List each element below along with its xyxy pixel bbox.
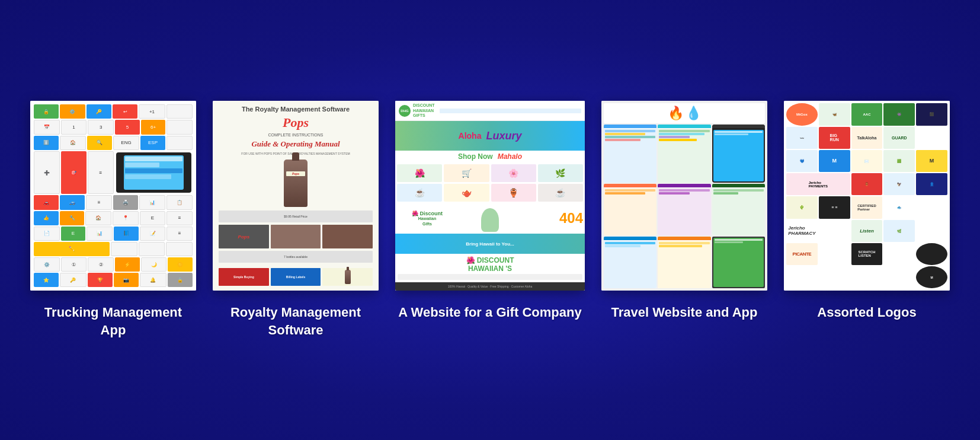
gift-site-name: DISCOUNTHAWAIIANGIFTS: [413, 103, 435, 118]
gift-search-bar: [398, 274, 582, 280]
travel-screen-7: [604, 237, 656, 288]
gift-luxury-text: Luxury: [486, 130, 521, 142]
gift-nav: [440, 109, 581, 113]
royalty-label: Royalty Management Software: [213, 304, 379, 339]
gift-header: DHG DISCOUNTHAWAIIANGIFTS: [395, 101, 585, 121]
logo-cell-29: [916, 220, 947, 242]
logo-cell-1: MtGox: [786, 103, 818, 125]
logo-cell-11: 💙: [786, 150, 818, 172]
trucking-image-wrapper: 🔒 ⚙️ 🔑 ↩ +1 📅 1 3 5 6+: [30, 101, 196, 291]
logo-cell-30: PICANTE: [786, 243, 818, 265]
royalty-guide-title: Guide & Operating Manual: [251, 139, 340, 149]
trucking-label: Trucking Management App: [30, 304, 196, 339]
travel-image-wrapper: 🔥 💧: [601, 101, 767, 291]
travel-flame1: 🔥: [668, 106, 684, 121]
gift-image: DHG DISCOUNTHAWAIIANGIFTS Aloha Luxury S…: [395, 101, 585, 291]
portfolio-item-royalty[interactable]: The Royalty Management Software Pops COM…: [213, 101, 379, 339]
gift-label: A Website for a Gift Company: [398, 304, 581, 321]
portfolio-item-trucking[interactable]: 🔒 ⚙️ 🔑 ↩ +1 📅 1 3 5 6+: [30, 101, 196, 339]
royalty-brand-name: Pops: [283, 115, 309, 130]
portfolio-item-logos[interactable]: MtGox 🦋 AAC 👾 ⬛ 〰️ BIGRUN TalkAloha GUAR…: [784, 101, 950, 321]
logo-cell-39: M: [916, 266, 947, 288]
gift-product-4: 🌿: [538, 164, 583, 182]
gift-hawaii-banner: Bring Hawaii to You...: [395, 234, 585, 254]
gift-hero-text: Aloha Luxury: [459, 130, 522, 142]
royalty-photo-strip: Pops: [219, 225, 373, 248]
gift-product-2: 🛒: [444, 164, 489, 182]
logos-image-wrapper: MtGox 🦋 AAC 👾 ⬛ 〰️ BIGRUN TalkAloha GUAR…: [784, 101, 950, 291]
royalty-subtitle: COMPLETE INSTRUCTIONS: [268, 133, 324, 137]
royalty-footer-2: Billing Labels: [271, 268, 321, 286]
royalty-publisher-label: The Royalty Management Software: [242, 106, 350, 113]
gift-row2: Shop Now Mahalo: [395, 151, 585, 162]
logo-cell-8: TalkAloha: [851, 127, 883, 149]
logo-cell-3: AAC: [851, 103, 883, 125]
gift-hawaii-tagline: Bring Hawaii to You...: [466, 241, 514, 247]
logo-cell-12: M: [819, 150, 850, 172]
gift-logo: DHG: [399, 105, 411, 117]
portfolio-item-travel[interactable]: 🔥 💧: [601, 101, 767, 321]
travel-label: Travel Website and App: [611, 304, 758, 321]
logo-cell-35: [786, 266, 818, 288]
portfolio-container: 🔒 ⚙️ 🔑 ↩ +1 📅 1 3 5 6+: [0, 77, 980, 362]
royalty-photo-2: [271, 225, 321, 248]
logo-cell-23: 🐟: [883, 196, 915, 218]
gift-bottom-logo: 🌺 DISCOUNTHAWAIIAN 'S: [398, 256, 582, 273]
gift-product-1: 🌺: [397, 164, 442, 182]
travel-screen-1: [604, 125, 656, 182]
gift-product-3: 🌸: [491, 164, 536, 182]
gift-mahalo-text: Mahalo: [498, 152, 522, 161]
travel-screen-3: [712, 125, 765, 182]
gift-404-text: 404: [523, 210, 583, 227]
gift-footer-text: 100% Hawaii · Quality & Value · Free Shi…: [448, 285, 532, 288]
logos-label: Assorted Logos: [817, 304, 916, 321]
logo-cell-20: 🌵: [786, 196, 818, 218]
gift-image-wrapper: DHG DISCOUNTHAWAIIANGIFTS Aloha Luxury S…: [395, 101, 585, 291]
travel-screen-6: [712, 184, 765, 235]
gift-products-grid: 🌺 🛒 🌸 🌿 ☕ 🫖 🏺 ☕: [395, 162, 585, 203]
logo-cell-27: Listen: [851, 220, 883, 242]
logo-cell-32: SCRATCHLISTEN: [851, 243, 883, 265]
travel-screen-8: [658, 237, 710, 288]
royalty-image-wrapper: The Royalty Management Software Pops COM…: [213, 101, 379, 291]
gift-shopnow-text: Shop Now: [458, 152, 493, 161]
gift-plants: [460, 205, 520, 232]
royalty-bottle-small: [322, 268, 373, 286]
royalty-footer-strip: Simple Buying Billing Labels: [219, 268, 373, 286]
royalty-footer-1: Simple Buying: [219, 268, 269, 286]
logo-cell-22: CERTIFIEDPartner: [851, 196, 883, 218]
travel-flame2: 💧: [686, 106, 702, 121]
logo-cell-17: 🏺: [851, 173, 883, 195]
gift-product-6: 🫖: [444, 184, 489, 202]
logo-cell-21: ≡ ≡: [819, 196, 850, 218]
logo-cell-13: ✉️: [851, 150, 883, 172]
logo-cell-5: ⬛: [916, 103, 947, 125]
logo-cell-19: 👤: [916, 173, 947, 195]
logo-cell-15: M: [916, 150, 947, 172]
logo-cell-28: 🌿: [883, 220, 915, 242]
gift-discount-logo: 🌺 Discount Hawaiian Gifts: [397, 211, 457, 227]
logo-cell-16: JerichoPAYMENTS: [786, 173, 850, 195]
travel-screenshots-grid: [604, 125, 765, 288]
logo-cell-9: GUARD: [883, 127, 915, 149]
royalty-price-tag: $9.95 Retail Price: [219, 211, 373, 222]
royalty-bottle-icon: Pops: [284, 160, 308, 207]
logo-cell-33: [883, 243, 915, 265]
logos-image: MtGox 🦋 AAC 👾 ⬛ 〰️ BIGRUN TalkAloha GUAR…: [784, 101, 950, 291]
travel-screen-4: [604, 184, 656, 235]
royalty-photo-1: Pops: [219, 225, 269, 248]
logo-cell-6: 〰️: [786, 127, 818, 149]
gift-product-5: ☕: [397, 184, 442, 202]
logo-cell-10: [916, 127, 947, 149]
logo-cell-37: [851, 266, 883, 288]
logo-cell-2: 🦋: [819, 103, 850, 125]
logo-cell-26: [819, 220, 850, 242]
gift-middle-section: 🌺 Discount Hawaiian Gifts 404: [395, 203, 585, 234]
travel-logos-row: 🔥 💧: [604, 103, 765, 123]
portfolio-item-gift[interactable]: DHG DISCOUNTHAWAIIANGIFTS Aloha Luxury S…: [395, 101, 585, 321]
travel-image: 🔥 💧: [601, 101, 767, 291]
logo-cell-24: [916, 196, 947, 218]
travel-screen-9: [712, 237, 765, 288]
royalty-photo-3: [322, 225, 373, 248]
gift-bottom: 🌺 DISCOUNTHAWAIIAN 'S: [395, 254, 585, 282]
